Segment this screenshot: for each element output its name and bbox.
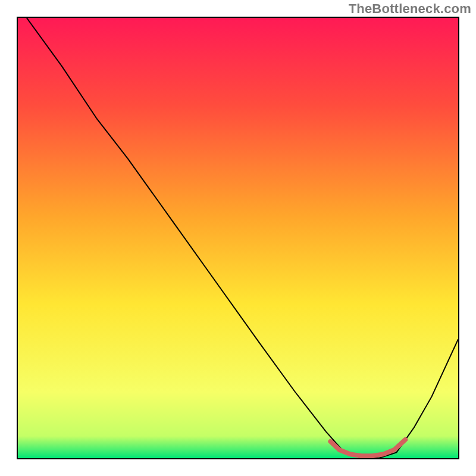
plot-svg: [18, 18, 458, 458]
attribution-text: TheBottleneck.com: [349, 1, 471, 17]
gradient-background: [18, 18, 458, 458]
plot-area: [17, 17, 459, 459]
chart-root: TheBottleneck.com: [0, 0, 476, 476]
